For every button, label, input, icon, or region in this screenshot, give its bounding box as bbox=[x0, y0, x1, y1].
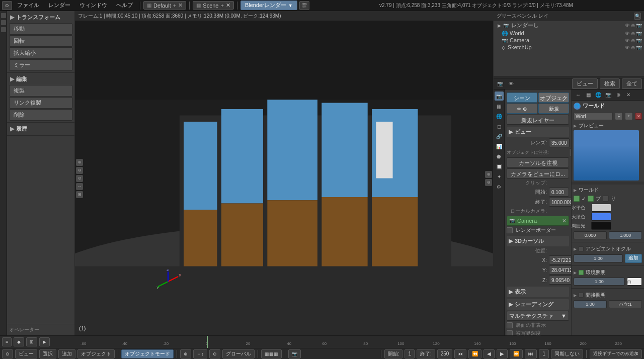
bt-layers[interactable]: ▦▦▦ bbox=[261, 349, 282, 358]
viewport-right-icon-2[interactable]: ⊖ bbox=[485, 179, 492, 186]
world-f-btn[interactable]: F bbox=[615, 112, 623, 120]
ao-add-btn[interactable]: 追加 bbox=[625, 254, 642, 263]
world-plus-btn[interactable]: + bbox=[625, 112, 633, 120]
ambient-color-swatch[interactable] bbox=[591, 222, 611, 230]
zenith-color-swatch[interactable] bbox=[591, 213, 611, 221]
menu-window[interactable]: ウィンドウ bbox=[75, 1, 111, 10]
eye-icon-4[interactable]: 👁 bbox=[625, 45, 630, 50]
render-border-cb[interactable] bbox=[507, 227, 513, 233]
bt-skip-start[interactable]: ⏮ bbox=[454, 349, 466, 358]
toggle-1[interactable] bbox=[574, 196, 580, 202]
outliner-search-icon[interactable]: 🔍 bbox=[634, 13, 641, 20]
timeline-play-btn[interactable]: ▶ bbox=[39, 337, 50, 346]
render-icon-2[interactable]: 📷 bbox=[636, 31, 642, 36]
backface-cb[interactable] bbox=[507, 322, 513, 328]
delete-btn[interactable]: 削除 bbox=[9, 109, 72, 121]
eye-icon-2[interactable]: 👁 bbox=[625, 31, 630, 36]
wr-icon-1[interactable]: ↔ bbox=[574, 91, 583, 100]
bt-sync-label[interactable]: 同期しない bbox=[551, 349, 583, 358]
bt-global[interactable]: グローバル bbox=[222, 349, 255, 358]
bt-add[interactable]: 追加 bbox=[58, 349, 75, 358]
bt-transform-icons[interactable]: ↔↕ bbox=[193, 349, 207, 358]
shading-section-header[interactable]: ▶ シェーディング bbox=[507, 299, 569, 310]
viewport-left-icon-3[interactable]: ⊙ bbox=[76, 175, 83, 182]
cursor-y-value[interactable]: 28.04712 bbox=[549, 265, 571, 275]
cursor-z-value[interactable]: 9.06540 bbox=[549, 276, 571, 285]
pi-constraints[interactable]: 🔗 bbox=[495, 132, 504, 141]
menu-file[interactable]: ファイル bbox=[13, 1, 43, 10]
new-layer-btn[interactable]: 新規レイヤー bbox=[507, 115, 569, 125]
cursor-icon-1[interactable]: ⊕ bbox=[631, 23, 635, 28]
outliner-item-camera[interactable]: 📷 Camera 👁 ⊕ 📷 bbox=[494, 37, 644, 44]
view-section-header[interactable]: ▶ ビュー bbox=[507, 127, 569, 137]
render-engine[interactable]: Blenderレンダー ▼ bbox=[240, 1, 297, 10]
link-duplicate-btn[interactable]: リンク複製 bbox=[9, 97, 72, 109]
bt-end-value[interactable]: 250 bbox=[437, 349, 453, 358]
bt-render-icons[interactable]: 📷 bbox=[288, 349, 301, 358]
viewport-left-icon-2[interactable]: ⊖ bbox=[76, 167, 83, 174]
strip-btn-2[interactable] bbox=[1, 20, 6, 25]
cursor-focus-btn[interactable]: カーソルを注視 bbox=[507, 157, 569, 167]
display-section-header[interactable]: ▶ 表示 bbox=[507, 287, 569, 297]
bt-skip-end[interactable]: ⏭ bbox=[525, 349, 537, 358]
lens-value[interactable]: 35.000 bbox=[549, 138, 570, 147]
eye-icon-3[interactable]: 👁 bbox=[625, 38, 630, 43]
blender-icon[interactable]: ⊙ bbox=[2, 1, 12, 10]
bt-current-frame[interactable]: 1 bbox=[539, 349, 549, 358]
pi-scene[interactable]: ▦ bbox=[495, 102, 504, 111]
world-x-btn[interactable]: ✕ bbox=[635, 113, 642, 120]
outliner-item-renderl[interactable]: ▶ 📷 レンダーし 👁 ⊕ 📷 bbox=[494, 21, 644, 30]
wr-icon-6[interactable]: ✕ bbox=[624, 91, 633, 100]
render-icon-4[interactable]: 📷 bbox=[636, 45, 642, 50]
camera-select-btn[interactable]: 📷 Camera ✕ bbox=[507, 216, 569, 226]
cursor-icon-2[interactable]: ⊕ bbox=[631, 31, 635, 36]
world-section-header[interactable]: ▶ ワールド bbox=[572, 186, 644, 195]
ao-toggle[interactable] bbox=[579, 246, 584, 251]
shading-mode-dropdown[interactable]: マルチテクスチャ ▼ bbox=[507, 311, 569, 321]
viewport-left-icon-4[interactable]: ↔ bbox=[76, 183, 83, 190]
workspace-selector[interactable]: ▦ Default + ✕ bbox=[143, 1, 186, 10]
wr-icon-2[interactable]: ▦ bbox=[584, 91, 593, 100]
viewport-left-icon-1[interactable]: ⊕ bbox=[76, 159, 83, 166]
object-btn[interactable]: オブジェクト bbox=[538, 93, 569, 103]
world-name-input[interactable]: Worl bbox=[574, 112, 613, 120]
tab-search[interactable]: 検索 bbox=[600, 78, 620, 89]
bt-proxies[interactable]: 近接ギザーでのみ追加 bbox=[590, 349, 642, 358]
toggle-3[interactable] bbox=[603, 196, 609, 202]
eye-icon-1[interactable]: 👁 bbox=[625, 23, 630, 28]
pi-object[interactable]: ◻ bbox=[495, 122, 504, 131]
render-icon-1[interactable]: 📷 bbox=[636, 23, 642, 28]
strip-btn-1[interactable] bbox=[1, 13, 6, 18]
tab-view[interactable]: ビュー bbox=[572, 78, 598, 89]
playhead[interactable] bbox=[207, 336, 208, 348]
wr-icon-5[interactable]: ⊕ bbox=[614, 91, 623, 100]
camera-view-btn[interactable]: カメラをビューにロ... bbox=[507, 168, 569, 178]
wr-icon-3[interactable]: 🌐 bbox=[594, 91, 603, 100]
bt-object[interactable]: オブジェクト bbox=[77, 349, 115, 358]
transform-header[interactable]: ▶ トランスフォーム bbox=[7, 12, 74, 23]
workspace-add[interactable]: + bbox=[173, 3, 176, 9]
clip-start-value[interactable]: 0.100 bbox=[549, 188, 569, 197]
viewport-right-icon-1[interactable]: ⊕ bbox=[485, 171, 492, 178]
env-color-swatch[interactable]: 白 bbox=[627, 278, 642, 286]
strip-btn-3[interactable] bbox=[1, 27, 6, 32]
cursor-section-header[interactable]: ▶ 3Dカーソル bbox=[507, 236, 569, 246]
edit-header[interactable]: ▶ 編集 bbox=[7, 74, 74, 84]
pi-camera[interactable]: 📷 bbox=[496, 79, 505, 88]
camera-clear-btn[interactable]: ✕ bbox=[562, 216, 567, 226]
indirect-value-field[interactable]: 1.00 bbox=[574, 300, 607, 308]
bt-next-frame[interactable]: ⏩ bbox=[510, 349, 523, 358]
outliner-item-world[interactable]: 🌐 World 👁 ⊕ 📷 bbox=[494, 30, 644, 37]
indirect-factor-field[interactable]: バウ:1 bbox=[609, 300, 642, 308]
scene-close[interactable]: ✕ bbox=[226, 2, 230, 9]
scene-btn[interactable]: シーン bbox=[507, 93, 537, 103]
indirect-header[interactable]: ▶ 間接照明 bbox=[572, 291, 644, 300]
bt-mode[interactable]: オブジェクトモード bbox=[121, 349, 174, 358]
new-btn[interactable]: 新規 bbox=[538, 104, 569, 114]
history-header[interactable]: ▶ 履歴 bbox=[7, 124, 74, 134]
workspace-close[interactable]: ✕ bbox=[178, 2, 183, 9]
cursor-icon-3[interactable]: ⊕ bbox=[631, 38, 635, 43]
scene-selector[interactable]: ▦ Scene + ✕ bbox=[193, 1, 234, 10]
pi-particles[interactable]: ✦ bbox=[495, 172, 504, 181]
horizon-color-swatch[interactable] bbox=[591, 204, 611, 212]
